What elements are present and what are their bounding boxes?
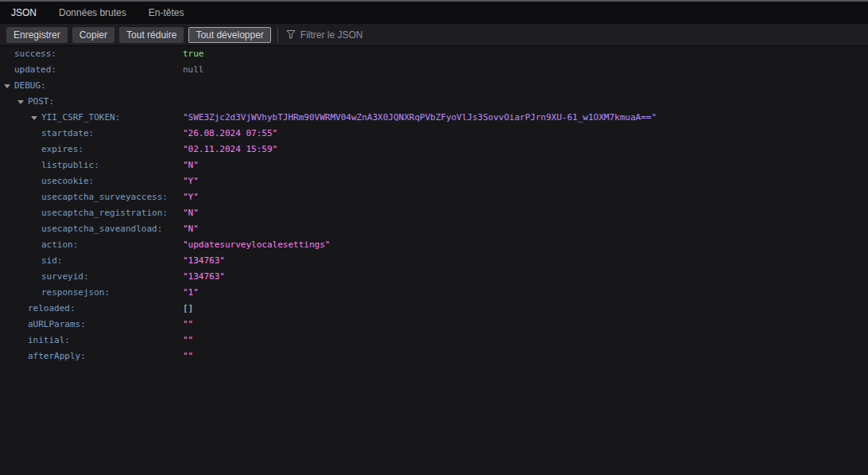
json-toolbar: EnregistrerCopierTout réduireTout dévelo…	[0, 24, 868, 46]
json-key: updated:	[14, 62, 56, 78]
json-value: "Y"	[183, 173, 199, 189]
json-tree: success:trueupdated:nullDEBUG:POST:YII_C…	[0, 46, 868, 364]
filter-json-field[interactable]	[283, 28, 475, 42]
json-key: sid:	[41, 253, 63, 269]
json-key: initial:	[28, 333, 70, 348]
json-tree-row[interactable]: initial:""	[0, 333, 868, 348]
json-key: YII_CSRF_TOKEN:	[41, 110, 120, 126]
json-key: usecookie:	[41, 173, 94, 189]
filter-funnel-icon	[286, 28, 296, 42]
json-tree-row[interactable]: usecookie:"Y"	[0, 173, 868, 189]
json-key: usecaptcha_saveandload:	[41, 221, 162, 237]
json-key: startdate:	[41, 126, 94, 142]
json-value: "134763"	[183, 269, 225, 285]
tout-d-velopper-button[interactable]: Tout développer	[188, 27, 270, 43]
json-key: action:	[41, 237, 78, 253]
json-key: responsejson:	[41, 285, 110, 301]
json-key: aURLParams:	[28, 317, 86, 333]
json-tree-row[interactable]: updated:null	[0, 62, 868, 78]
enregistrer-button[interactable]: Enregistrer	[6, 27, 68, 43]
expand-twisty-icon[interactable]	[4, 84, 10, 88]
response-tab-bar: JSONDonnées brutesEn-têtes	[0, 0, 868, 24]
json-tree-row[interactable]: afterApply:""	[0, 348, 868, 364]
json-tree-row[interactable]: expires:"02.11.2024 15:59"	[0, 142, 868, 158]
json-key: listpublic:	[41, 158, 99, 173]
json-value: "02.11.2024 15:59"	[183, 142, 277, 158]
json-value: "Y"	[183, 189, 199, 205]
json-key: usecaptcha_registration:	[41, 205, 168, 221]
json-value: "N"	[183, 158, 199, 173]
json-value: ""	[183, 333, 193, 348]
json-key: expires:	[41, 142, 83, 158]
json-tree-row[interactable]: YII_CSRF_TOKEN:"SWE3Zjc2d3VjWVhybTJHRm90…	[0, 110, 868, 126]
json-tree-row[interactable]: usecaptcha_surveyaccess:"Y"	[0, 189, 868, 205]
json-value: ""	[183, 317, 193, 333]
filter-json-input[interactable]	[300, 29, 475, 41]
json-tree-row[interactable]: action:"updatesurveylocalesettings"	[0, 237, 868, 253]
devtools-json-viewer: JSONDonnées brutesEn-têtes EnregistrerCo…	[0, 0, 868, 475]
json-value: "1"	[183, 285, 199, 301]
copier-button[interactable]: Copier	[72, 27, 114, 43]
json-tree-row[interactable]: aURLParams:""	[0, 317, 868, 333]
json-value: null	[183, 62, 204, 78]
json-value: ""	[183, 348, 193, 364]
json-tree-row[interactable]: responsejson:"1"	[0, 285, 868, 301]
json-key: success:	[14, 46, 56, 62]
json-tree-row[interactable]: DEBUG:	[0, 78, 868, 94]
json-tree-row[interactable]: reloaded:[]	[0, 301, 868, 317]
json-value: "SWE3Zjc2d3VjWVhybTJHRm90VWRMV04wZnA3X0J…	[183, 110, 657, 126]
json-value: "updatesurveylocalesettings"	[183, 237, 330, 253]
json-tree-row[interactable]: listpublic:"N"	[0, 158, 868, 173]
json-tree-row[interactable]: usecaptcha_registration:"N"	[0, 205, 868, 221]
json-value: true	[183, 46, 204, 62]
tab-en-t-tes[interactable]: En-têtes	[138, 2, 196, 24]
toolbar-separator	[277, 27, 278, 43]
json-tree-row[interactable]: usecaptcha_saveandload:"N"	[0, 221, 868, 237]
tab-json[interactable]: JSON	[0, 2, 48, 24]
json-key: usecaptcha_surveyaccess:	[41, 189, 168, 205]
json-tree-row[interactable]: startdate:"26.08.2024 07:55"	[0, 126, 868, 142]
json-value: "26.08.2024 07:55"	[183, 126, 277, 142]
tab-donn-es-brutes[interactable]: Données brutes	[48, 2, 138, 24]
json-key: POST:	[28, 94, 54, 110]
json-key: reloaded:	[28, 301, 76, 317]
json-key: DEBUG:	[14, 78, 46, 94]
json-value: []	[183, 301, 193, 317]
expand-twisty-icon[interactable]	[31, 116, 37, 120]
json-key: afterApply:	[28, 348, 86, 364]
json-tree-row[interactable]: POST:	[0, 94, 868, 110]
json-tree-row[interactable]: success:true	[0, 46, 868, 62]
json-key: surveyid:	[41, 269, 89, 285]
json-value: "N"	[183, 221, 199, 237]
json-tree-row[interactable]: sid:"134763"	[0, 253, 868, 269]
json-value: "134763"	[183, 253, 225, 269]
json-tree-row[interactable]: surveyid:"134763"	[0, 269, 868, 285]
expand-twisty-icon[interactable]	[17, 100, 24, 104]
tout-r-duire-button[interactable]: Tout réduire	[119, 27, 184, 43]
json-value: "N"	[183, 205, 199, 221]
